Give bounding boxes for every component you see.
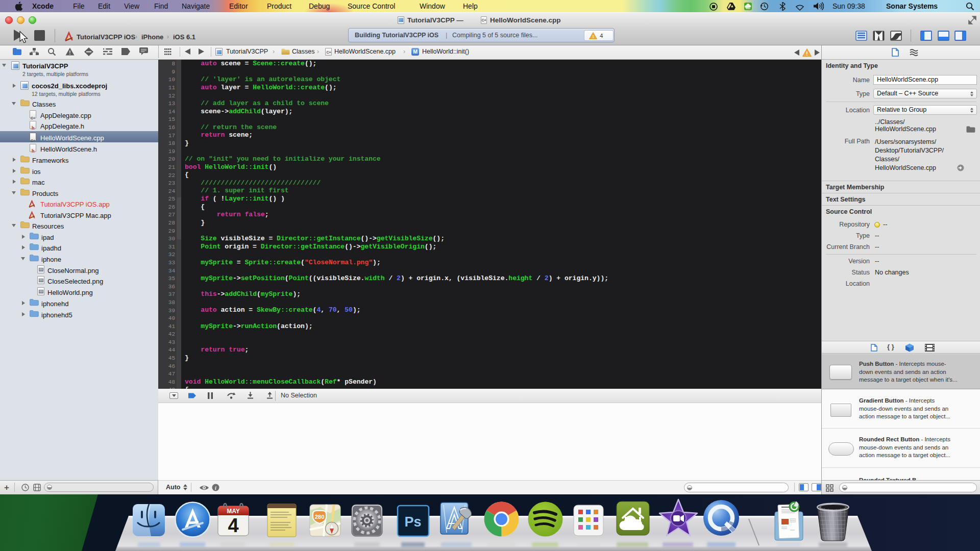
svg-text:MAY: MAY bbox=[227, 508, 240, 515]
svg-text:280: 280 bbox=[314, 514, 324, 520]
svg-text:!: ! bbox=[593, 34, 594, 39]
svg-text:i: i bbox=[215, 485, 216, 491]
svg-text:4: 4 bbox=[228, 515, 238, 536]
svg-text:Ps: Ps bbox=[404, 514, 421, 530]
svg-text:!: ! bbox=[806, 51, 807, 57]
svg-text:!: ! bbox=[69, 50, 70, 56]
